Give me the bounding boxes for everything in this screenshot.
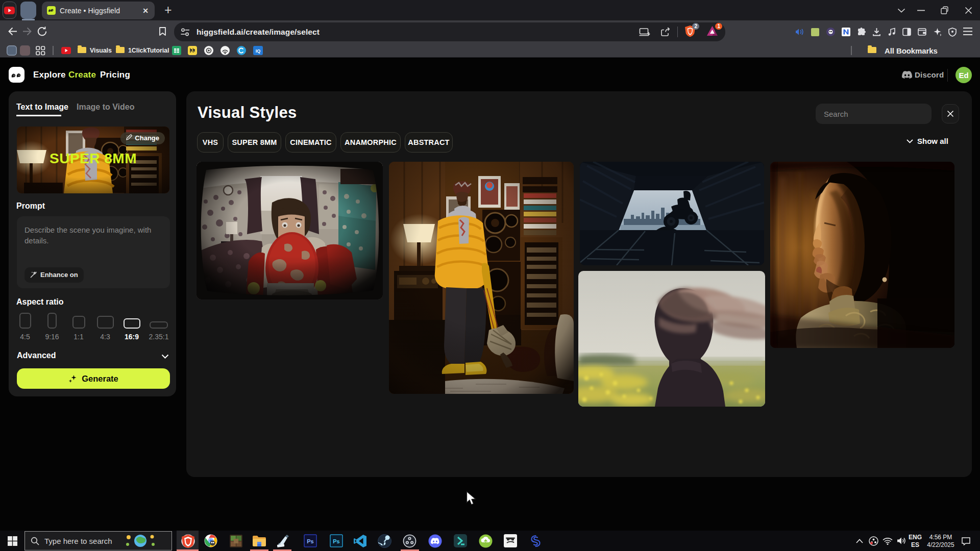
svg-text:Ps: Ps <box>333 538 339 544</box>
svg-text:Ps: Ps <box>307 538 313 544</box>
svg-text:IQ: IQ <box>256 48 261 54</box>
